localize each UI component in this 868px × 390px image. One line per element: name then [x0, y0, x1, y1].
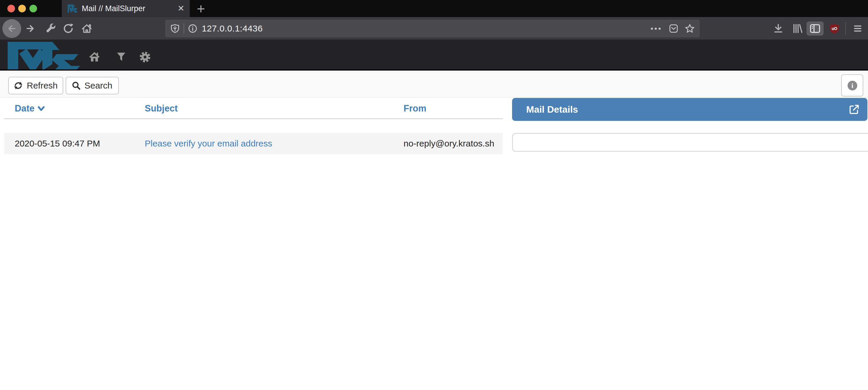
mail-details-title: Mail Details: [526, 104, 578, 115]
search-button-label: Search: [85, 81, 112, 91]
tab-title: Mail // MailSlurper: [82, 4, 145, 13]
bookmark-star-icon[interactable]: [685, 24, 694, 33]
sidebar-toggle-button[interactable]: [807, 22, 824, 36]
screen: Mail // MailSlurper ✕ +: [0, 0, 868, 390]
window-minimize-button[interactable]: [18, 5, 26, 12]
column-header-from[interactable]: From: [404, 103, 427, 114]
window-zoom-button[interactable]: [29, 5, 37, 12]
mailslurper-header: [0, 40, 868, 70]
nav-separator: [845, 22, 846, 35]
mailslurper-logo[interactable]: [8, 41, 81, 70]
filter-icon: [117, 52, 126, 62]
column-header-subject[interactable]: Subject: [145, 103, 178, 114]
browser-tab-bar: Mail // MailSlurper ✕ +: [0, 0, 868, 17]
gear-icon: [139, 51, 151, 63]
browser-tab[interactable]: Mail // MailSlurper ✕: [62, 0, 190, 17]
column-header-from-label: From: [404, 103, 427, 114]
library-button[interactable]: [790, 22, 805, 36]
wrench-icon: [45, 24, 56, 33]
column-header-date-label: Date: [15, 103, 34, 114]
forward-arrow-icon: [25, 23, 36, 34]
home-button[interactable]: [80, 22, 94, 36]
hamburger-menu-icon: [853, 24, 863, 33]
pocket-icon[interactable]: [669, 24, 678, 33]
download-icon: [773, 24, 783, 33]
mail-details-body: [512, 133, 868, 152]
main-content: Date Subject From 2020-05-15 09:47 PM Pl…: [0, 97, 868, 390]
ublock-origin-icon: uO: [830, 24, 839, 33]
ublock-origin-button[interactable]: uO: [828, 22, 841, 36]
forward-button[interactable]: [23, 22, 37, 36]
window-close-button[interactable]: [7, 5, 15, 12]
site-info-icon[interactable]: [188, 24, 197, 33]
mail-row-date: 2020-05-15 09:47 PM: [15, 133, 100, 154]
library-icon: [793, 24, 803, 33]
app-home-icon: [88, 51, 101, 62]
reload-button[interactable]: [61, 22, 75, 36]
refresh-button[interactable]: Refresh: [8, 77, 63, 94]
tracking-shield-icon[interactable]: [170, 24, 179, 33]
mail-row[interactable]: 2020-05-15 09:47 PM Please verify your e…: [4, 133, 503, 154]
search-button[interactable]: Search: [66, 77, 119, 94]
info-icon: i: [847, 80, 858, 91]
reload-icon: [63, 23, 73, 34]
app-filter-button[interactable]: [117, 52, 126, 62]
urlbar-divider: [184, 23, 184, 34]
back-button[interactable]: [2, 19, 21, 38]
info-button[interactable]: i: [841, 74, 863, 96]
mail-row-subject-link[interactable]: Please verify your email address: [145, 139, 272, 148]
tab-close-icon[interactable]: ✕: [178, 4, 184, 13]
page-actions-icon[interactable]: •••: [651, 24, 662, 33]
url-text[interactable]: 127.0.0.1:4436: [202, 24, 263, 33]
wrench-extension-button[interactable]: [43, 22, 58, 36]
new-tab-button[interactable]: +: [193, 0, 208, 17]
app-home-button[interactable]: [88, 51, 101, 62]
home-icon: [81, 23, 92, 34]
external-link-icon: [848, 104, 860, 115]
browser-nav-bar: 127.0.0.1:4436 •••: [0, 17, 868, 40]
sort-desc-icon: [37, 106, 45, 112]
sidebar-icon: [810, 23, 820, 34]
mailslurper-favicon-icon: [68, 4, 78, 13]
refresh-button-label: Refresh: [27, 81, 58, 91]
table-header-rule: [4, 118, 503, 119]
open-details-external-button[interactable]: [848, 104, 860, 115]
mail-row-from: no-reply@ory.kratos.sh: [404, 133, 494, 154]
refresh-icon: [14, 81, 23, 90]
url-bar[interactable]: 127.0.0.1:4436 •••: [165, 20, 700, 37]
downloads-button[interactable]: [771, 22, 785, 36]
search-icon: [72, 82, 80, 90]
column-header-date[interactable]: Date: [15, 103, 45, 114]
column-header-subject-label: Subject: [145, 103, 178, 114]
app-settings-button[interactable]: [139, 51, 151, 63]
svg-text:i: i: [851, 82, 853, 89]
svg-text:uO: uO: [832, 26, 837, 31]
menu-button[interactable]: [850, 22, 865, 36]
app-toolbar: Refresh Search i: [0, 72, 868, 97]
back-arrow-icon: [6, 23, 17, 34]
mail-details-header: Mail Details: [512, 98, 867, 121]
